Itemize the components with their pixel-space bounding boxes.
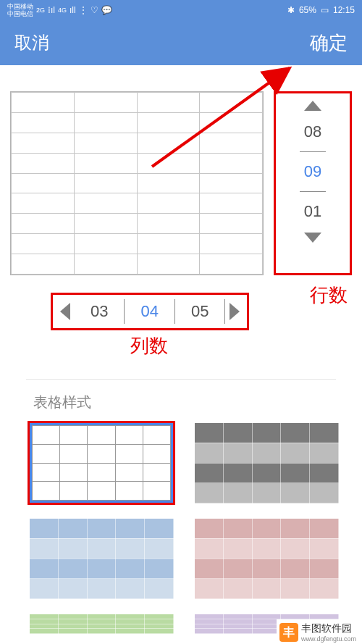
heart-icon: ♡ [90,5,98,15]
divider [26,379,336,380]
row-prev-value[interactable]: 08 [297,118,329,146]
style-option-plain[interactable] [29,422,174,503]
row-current-value[interactable]: 09 [297,158,329,185]
header: 取消 确定 [0,20,362,65]
section-title: 表格样式 [33,393,355,412]
watermark-url: www.dgfengtu.com [301,635,356,643]
status-right: ✱ 65% ▭ 12:15 [287,5,355,15]
row-up-icon[interactable] [304,101,321,111]
row-sep [300,151,326,152]
style-option-gray[interactable] [194,422,339,503]
style-option-blue[interactable] [29,518,174,599]
bluetooth-icon: ✱ [287,5,295,15]
col-prev-value[interactable]: 03 [75,299,125,324]
style-option-red[interactable] [194,518,339,599]
col-left-icon[interactable] [60,303,70,320]
row-count-label: 行数 [310,283,348,308]
signal-icon: ⁞ıl [48,5,55,15]
battery-icon: ▭ [321,5,329,15]
row-next-value[interactable]: 01 [297,198,329,225]
watermark: 丰 丰图软件园 www.dgfengtu.com [277,619,362,644]
status-bar: 中国移动 中国电信 2G ⁞ıl 4G ıll ⋮ ♡ 💬 ✱ 65% ▭ 12… [0,0,362,20]
status-left: 中国移动 中国电信 2G ⁞ıl 4G ıll ⋮ ♡ 💬 [7,3,112,17]
confirm-button[interactable]: 确定 [310,30,348,56]
clock: 12:15 [333,5,355,15]
column-count-label: 列数 [130,333,355,359]
watermark-icon: 丰 [279,623,298,642]
col-right-icon[interactable] [230,303,240,320]
row-sep [300,191,326,192]
row-count-spinner[interactable]: 08 09 01 [274,91,352,275]
watermark-name: 丰图软件园 [301,622,352,634]
net-2: 4G [58,7,67,14]
column-count-spinner[interactable]: 03 04 05 [51,293,249,330]
signal-icon-2: ıll [70,5,76,15]
row-down-icon[interactable] [304,233,321,243]
cancel-button[interactable]: 取消 [14,31,49,54]
col-next-value[interactable]: 05 [175,299,225,324]
main: 08 09 01 行数 03 04 05 列数 表格样式 [0,65,362,634]
carrier-2: 中国电信 [7,10,33,17]
col-current-value[interactable]: 04 [125,299,174,324]
style-option-green[interactable] [29,614,174,634]
carrier-1: 中国移动 [7,3,33,10]
battery-pct: 65% [299,5,316,15]
net-1: 2G [36,7,45,14]
chat-icon: 💬 [101,5,112,15]
table-preview [10,91,264,275]
wifi-icon: ⋮ [79,5,88,15]
